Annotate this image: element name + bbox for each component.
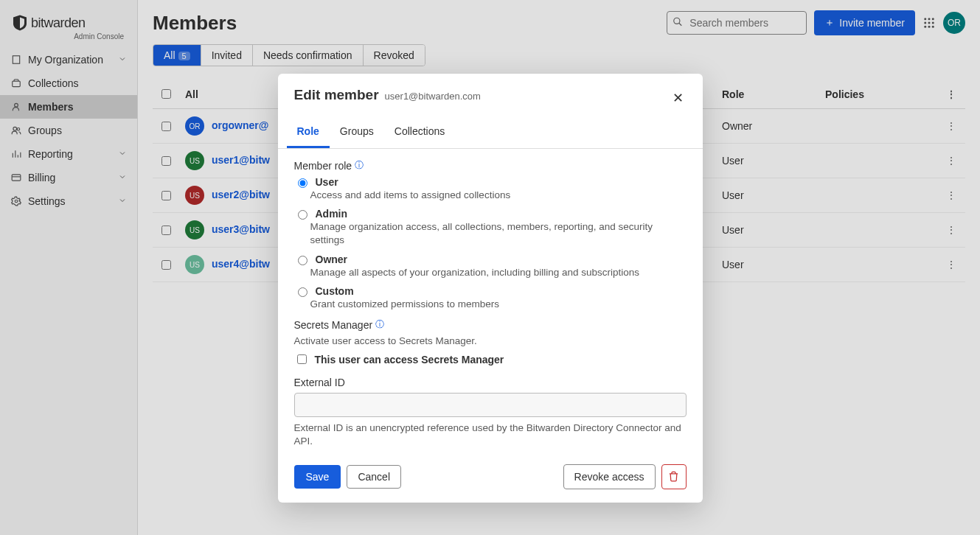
- role-option-custom: CustomGrant customized permissions to me…: [294, 285, 687, 311]
- external-id-input[interactable]: [294, 393, 687, 417]
- secrets-manager-desc: Activate user access to Secrets Manager.: [294, 335, 687, 346]
- trash-icon: [668, 471, 679, 482]
- role-name: Admin: [316, 208, 348, 220]
- role-name: User: [316, 176, 338, 188]
- secrets-manager-checkbox-label[interactable]: This user can access Secrets Manager: [315, 354, 504, 366]
- external-id-label: External ID: [294, 377, 687, 388]
- tab-groups[interactable]: Groups: [330, 116, 384, 148]
- tab-role[interactable]: Role: [287, 116, 330, 148]
- secrets-manager-checkbox[interactable]: [297, 354, 307, 364]
- role-description: Grant customized permissions to members: [310, 298, 687, 311]
- role-radio-custom[interactable]: [298, 287, 307, 297]
- revoke-access-button[interactable]: Revoke access: [563, 464, 656, 489]
- role-radio-user[interactable]: [298, 178, 307, 188]
- role-description: Access and add items to assigned collect…: [310, 189, 687, 202]
- close-icon[interactable]: ✕: [670, 87, 687, 109]
- save-button[interactable]: Save: [294, 465, 341, 489]
- role-name: Custom: [316, 285, 354, 297]
- cancel-button[interactable]: Cancel: [347, 465, 401, 489]
- role-description: Manage organization access, all collecti…: [310, 220, 687, 247]
- role-option-admin: AdminManage organization access, all col…: [294, 208, 687, 247]
- delete-button[interactable]: [661, 464, 687, 489]
- tab-collections[interactable]: Collections: [384, 116, 455, 148]
- modal-tabs: Role Groups Collections: [278, 116, 703, 149]
- modal-title: Edit member: [294, 87, 379, 103]
- help-icon[interactable]: ⓘ: [375, 318, 384, 331]
- modal-subtitle: user1@bitwarden.com: [385, 91, 481, 102]
- role-radio-owner[interactable]: [298, 256, 307, 265]
- member-role-label: Member role ⓘ: [294, 159, 687, 172]
- role-option-owner: OwnerManage all aspects of your organiza…: [294, 253, 687, 279]
- help-icon[interactable]: ⓘ: [355, 159, 364, 172]
- role-description: Manage all aspects of your organization,…: [310, 266, 687, 279]
- role-radio-admin[interactable]: [298, 210, 307, 220]
- role-name: Owner: [316, 253, 348, 265]
- external-id-help: External ID is an unencrypted reference …: [294, 422, 687, 448]
- modal-overlay: Edit member user1@bitwarden.com ✕ Role G…: [0, 0, 980, 535]
- secrets-manager-label: Secrets Manager ⓘ: [294, 318, 687, 331]
- role-option-user: UserAccess and add items to assigned col…: [294, 176, 687, 202]
- edit-member-modal: Edit member user1@bitwarden.com ✕ Role G…: [278, 74, 703, 503]
